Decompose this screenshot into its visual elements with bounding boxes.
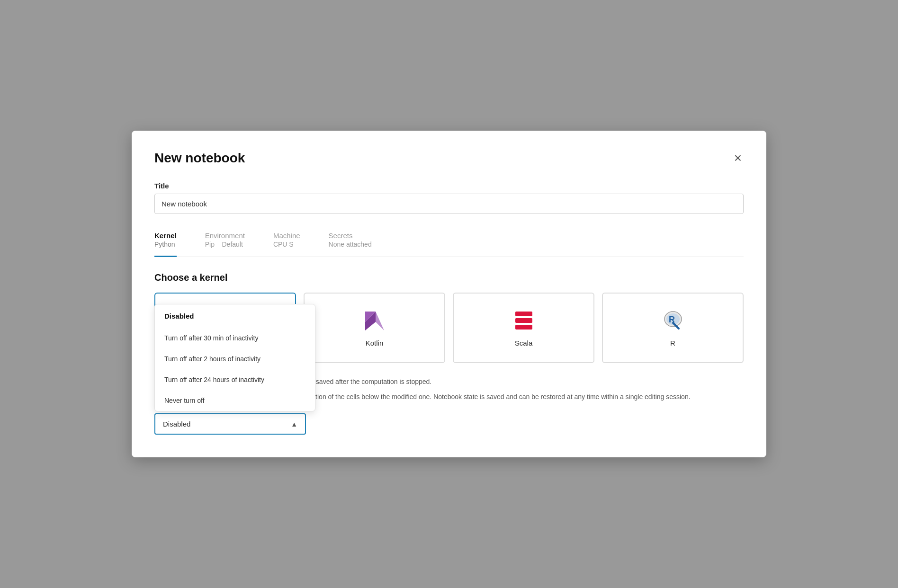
svg-rect-4 [515, 318, 532, 323]
dropdown-option-2hours[interactable]: Turn off after 2 hours of inactivity [155, 348, 315, 369]
close-button[interactable]: × [732, 150, 744, 167]
kernel-card-scala[interactable]: Scala [453, 293, 594, 363]
r-icon: R [661, 309, 685, 333]
title-input[interactable] [154, 194, 744, 214]
tab-kernel-label: Kernel [154, 232, 177, 240]
tab-machine-label: Machine [273, 232, 300, 240]
tab-environment-sublabel: Pip – Default [205, 241, 243, 248]
kernel-kotlin-name: Kotlin [366, 339, 384, 347]
tab-secrets[interactable]: Secrets None attached [329, 228, 372, 257]
scala-icon [512, 309, 536, 333]
idle-timeout-dropdown-wrapper: Disabled Turn off after 30 min of inacti… [154, 413, 306, 435]
svg-rect-3 [515, 312, 532, 316]
tab-secrets-label: Secrets [329, 232, 353, 240]
title-label: Title [154, 182, 744, 190]
kernel-scala-name: Scala [515, 339, 533, 347]
kernel-section-title: Choose a kernel [154, 272, 744, 283]
dropdown-option-never[interactable]: Never turn off [155, 390, 315, 411]
dropdown-option-30min[interactable]: Turn off after 30 min of inactivity [155, 328, 315, 348]
kernel-r-name: R [670, 339, 675, 347]
dropdown-current-value: Disabled [163, 420, 190, 428]
dropdown-arrow-icon: ▲ [291, 420, 297, 428]
tab-environment[interactable]: Environment Pip – Default [205, 228, 245, 257]
tab-kernel-sublabel: Python [154, 241, 175, 248]
svg-rect-5 [515, 325, 532, 330]
tab-machine-sublabel: CPU S [273, 241, 294, 248]
kotlin-icon [362, 309, 387, 333]
svg-marker-2 [376, 312, 384, 330]
idle-timeout-dropdown[interactable]: Disabled ▲ [154, 413, 306, 435]
tab-secrets-sublabel: None attached [329, 241, 372, 248]
tab-environment-label: Environment [205, 232, 245, 240]
dropdown-menu: Disabled Turn off after 30 min of inacti… [154, 304, 315, 411]
modal-header: New notebook × [154, 150, 744, 167]
kernel-section: Choose a kernel Python [154, 272, 744, 435]
kernel-card-r[interactable]: R R [602, 293, 744, 363]
tab-kernel[interactable]: Kernel Python [154, 228, 177, 257]
dropdown-option-24hours[interactable]: Turn off after 24 hours of inactivity [155, 369, 315, 390]
new-notebook-modal: New notebook × Title Kernel Python Envir… [132, 131, 766, 458]
kernel-card-kotlin[interactable]: Kotlin [304, 293, 445, 363]
modal-title: New notebook [154, 151, 245, 166]
tab-machine[interactable]: Machine CPU S [273, 228, 300, 257]
title-field-container: Title [154, 182, 744, 214]
tabs-nav: Kernel Python Environment Pip – Default … [154, 227, 744, 257]
dropdown-option-disabled[interactable]: Disabled [155, 304, 315, 328]
